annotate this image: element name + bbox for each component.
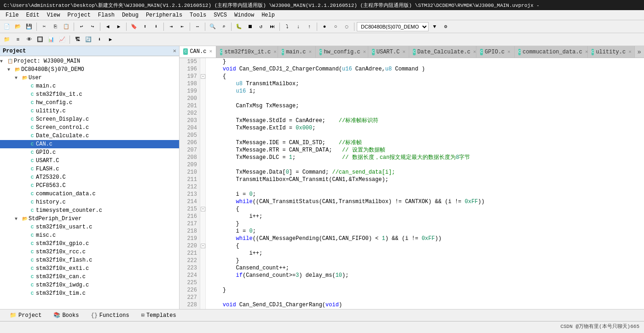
tree-item-main-c[interactable]: C main.c (0, 82, 179, 90)
code-line[interactable]: TxMessage.ExtId = 0x000; (209, 124, 640, 132)
open-button[interactable]: 📂 (13, 22, 23, 32)
menu-item-view[interactable]: View (43, 11, 64, 19)
tree-item-stm32f10x-can-c[interactable]: C stm32f10x_can.c (0, 273, 179, 281)
code-line[interactable]: i = 0; (209, 191, 640, 198)
code-line[interactable]: u16 i; (209, 88, 640, 95)
menu-item-file[interactable]: File (2, 11, 23, 19)
tree-item-stm32f10x-exti-c[interactable]: C stm32f10x_exti.c (0, 264, 179, 273)
tree-item-at25320-c[interactable]: C AT25320.C (0, 173, 179, 181)
tab-close-button[interactable]: × (273, 49, 277, 55)
code-line[interactable]: } (209, 286, 640, 294)
step-out-button[interactable]: ↑ (304, 22, 314, 32)
code-line[interactable]: while((CAN_MessagePending(CAN1,CAN_FIFO0… (209, 235, 640, 242)
tree-item-stdperiph-driver[interactable]: ▼📂 StdPeriph_Driver (0, 215, 179, 223)
tree-item-usart-c[interactable]: C USART.C (0, 157, 179, 165)
breakpoint-button[interactable]: ● (319, 22, 330, 32)
fold-marker[interactable]: - (201, 74, 205, 79)
start-stop-button[interactable]: ▶ (105, 35, 116, 45)
tab-close-button[interactable]: × (308, 49, 312, 55)
code-line[interactable]: TxMessage.Data[0] = Command; //can_send_… (209, 169, 640, 176)
tab-gpio-c[interactable]: CGPIO.c× (476, 46, 514, 58)
code-line[interactable]: { (209, 73, 640, 80)
next-bookmark-button[interactable]: ⬇ (151, 22, 161, 32)
tree-item-misc-c[interactable]: C misc.c (0, 231, 179, 240)
reset-button[interactable]: ↺ (256, 22, 266, 32)
code-line[interactable]: TxMessage.StdId = CanAdree; //标准帧标识符 (209, 117, 640, 124)
perf-analyzer-button[interactable]: 📈 (57, 35, 67, 45)
tree-item-stm32f10x-flash-c[interactable]: C stm32f10x_flash.c (0, 256, 179, 264)
manage-button[interactable]: ⚙ (441, 22, 451, 32)
clear-breakpoints[interactable]: ○ (331, 22, 341, 32)
tab-close-button[interactable]: × (628, 49, 632, 55)
find-in-files[interactable]: ⌕ (219, 22, 229, 32)
tab-close-button[interactable]: × (507, 49, 511, 55)
step-into-button[interactable]: ↓ (293, 22, 303, 32)
expand-icon[interactable]: ▼ (15, 76, 21, 81)
tree-item-stm32f10x-it-c[interactable]: C stm32f10x_it.c (0, 90, 179, 99)
fold-marker[interactable]: - (201, 244, 205, 248)
sidebar-close-button[interactable]: ✕ (173, 47, 176, 54)
code-line[interactable]: CanTxMsg TxMessage; (209, 102, 640, 110)
tree-item-can-c[interactable]: C CAN.c (0, 140, 179, 148)
tree-item-stm32f10x-iwdg-c[interactable]: C stm32f10x_iwdg.c (0, 281, 179, 289)
tree-item-hw-config-c[interactable]: C hw_config.c (0, 99, 179, 107)
code-line[interactable]: { (209, 242, 640, 250)
code-coverage-button[interactable]: 📊 (46, 35, 56, 45)
menu-item-svcs[interactable]: SVCS (210, 11, 231, 19)
paste-button[interactable]: 📋 (61, 22, 71, 32)
build-button[interactable]: 🏗 (72, 35, 82, 45)
code-line[interactable]: void Can_Send_CDJ1_2_ChargerCommand(u16 … (209, 65, 640, 73)
tab-overflow-button[interactable]: » (635, 48, 644, 56)
code-line[interactable] (209, 279, 640, 286)
code-line[interactable]: } (209, 257, 640, 264)
copy-button[interactable]: ⎘ (50, 22, 60, 32)
code-line[interactable] (209, 110, 640, 117)
fold-marker[interactable]: - (201, 207, 205, 211)
debug-button[interactable]: 🐛 (234, 22, 244, 32)
code-line[interactable]: TxMessage.RTR = CAN_RTR_DATA; // 设置为数据帧 (209, 146, 640, 154)
bottom-tab-templates[interactable]: ⊞ Templates (135, 310, 182, 320)
menu-item-help[interactable]: Help (258, 11, 278, 19)
expand-icon[interactable]: ▼ (7, 67, 14, 72)
tree-item-stm32f10x-gpio-c[interactable]: C stm32f10x_gpio.c (0, 240, 179, 248)
code-line[interactable]: TransmitMailbox=CAN_Transmit(CAN1,&TxMes… (209, 176, 640, 183)
nav-fwd-button[interactable]: ▶ (114, 22, 124, 32)
undo-button[interactable]: ↩ (76, 22, 87, 32)
target-dropdown[interactable]: DC80480B(S)070_DEMO (357, 22, 429, 31)
tab-can-c[interactable]: CCAN.c× (180, 46, 216, 58)
code-line[interactable] (209, 132, 640, 139)
rebuild-button[interactable]: 🔄 (83, 35, 93, 45)
bookmark-button[interactable]: 🔖 (129, 22, 139, 32)
tree-item-dc80480b[interactable]: ▼📂 DC80480B(S)070_DEMO (0, 65, 179, 74)
target-options-button[interactable]: ▼ (429, 22, 440, 32)
indent-button[interactable]: ⇥ (166, 22, 176, 32)
menu-item-project[interactable]: Project (64, 11, 94, 19)
tab-ulitity-c[interactable]: Culitity.c× (588, 46, 635, 58)
bottom-tab-functions[interactable]: {} Functions (85, 311, 135, 320)
code-line[interactable]: i = 0; (209, 228, 640, 235)
code-line[interactable] (209, 294, 640, 301)
tab-date-calculate-c[interactable]: CDate_Calculate.c× (409, 46, 476, 58)
find-button[interactable]: 🔍 (208, 22, 218, 32)
code-line[interactable]: while((CAN_TransmitStatus(CAN1,TransmitM… (209, 198, 640, 205)
bottom-tab-books[interactable]: 📚 Books (47, 310, 85, 320)
nav-back-button[interactable]: ◀ (103, 22, 113, 32)
prev-bookmark-button[interactable]: ⬆ (140, 22, 150, 32)
tree-item-project-root[interactable]: ▼📋 Project: WJ3000_MAIN (0, 57, 179, 65)
code-line[interactable]: u8 TransmitMailbox; (209, 80, 640, 88)
tab-commucation-data-c[interactable]: Ccommucation_data.c× (515, 46, 588, 58)
project-window-button[interactable]: 📁 (2, 35, 12, 45)
tree-item-date-calculate-c[interactable]: C Date_Calculate.c (0, 132, 179, 140)
code-line[interactable]: { (209, 205, 640, 213)
code-line[interactable]: TxMessage.DLC = 1; // 数据长度，can报文规定最大的数据长… (209, 154, 640, 161)
watch-button[interactable]: 👁 (24, 35, 34, 45)
cut-button[interactable]: ✂ (39, 22, 49, 32)
tree-item-stm32f10x-rcc-c[interactable]: C stm32f10x_rcc.c (0, 248, 179, 256)
code-line[interactable]: } (209, 58, 640, 65)
code-line[interactable]: TxMessage.IDE = CAN_ID_STD; //标准帧 (209, 139, 640, 146)
tree-item-pcf8563-c[interactable]: C PCF8563.C (0, 181, 179, 190)
tree-item-user[interactable]: ▼📂 User (0, 74, 179, 82)
code-line[interactable]: Cansend_count++; (209, 264, 640, 272)
tab-close-button[interactable]: × (363, 49, 366, 55)
disable-breakpoints[interactable]: ◌ (342, 22, 352, 32)
